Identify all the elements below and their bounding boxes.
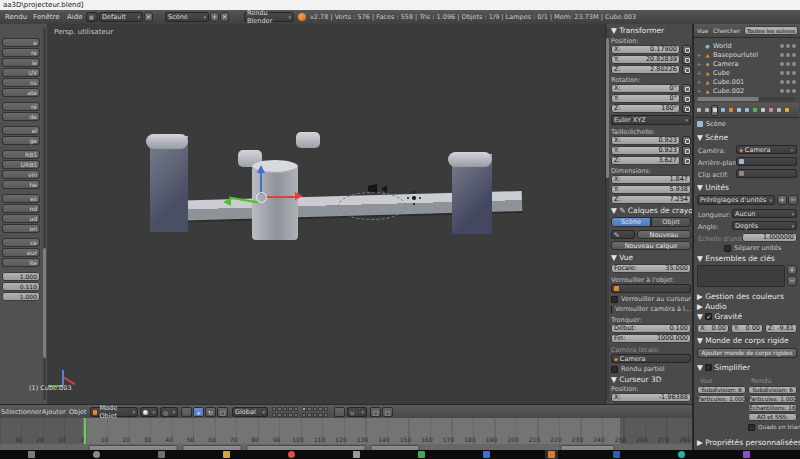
menu-object[interactable]: Objet bbox=[69, 405, 87, 419]
object-data-tab[interactable] bbox=[751, 105, 758, 116]
tool-shelf-button[interactable]: UV bbox=[2, 68, 40, 77]
scene-panel-header[interactable]: ▼ Scène bbox=[697, 134, 728, 142]
simplify-quads-checkbox[interactable]: Quads en triangles bbox=[748, 423, 800, 431]
lock-camera-checkbox[interactable]: Verrouiller caméra à l... bbox=[611, 305, 691, 313]
simplify-field[interactable]: Subdivision: 6 bbox=[697, 386, 746, 394]
eye-icon[interactable] bbox=[780, 53, 784, 57]
lattice-dashed-circle[interactable] bbox=[338, 192, 406, 220]
rotate-manipulator-button[interactable]: ↻ bbox=[205, 407, 216, 417]
layer-toggle[interactable] bbox=[302, 407, 306, 411]
eye-icon[interactable] bbox=[780, 89, 784, 93]
select-icon[interactable] bbox=[786, 89, 790, 93]
layout-close-icon[interactable]: × bbox=[144, 12, 153, 22]
render-opengl-button[interactable]: ▢ bbox=[370, 407, 381, 417]
keying-sets-list[interactable] bbox=[697, 265, 785, 287]
simplify-field[interactable]: Particules: 1.000 bbox=[748, 395, 797, 403]
manipulator-center-circle[interactable] bbox=[256, 192, 267, 203]
lock-icon[interactable] bbox=[682, 65, 691, 74]
lock-icon[interactable] bbox=[682, 146, 691, 155]
lock-icon[interactable] bbox=[682, 55, 691, 64]
dimension-field[interactable]: Y:5.938 bbox=[611, 185, 691, 194]
constraints-tab[interactable] bbox=[735, 105, 742, 116]
texture-tab[interactable] bbox=[767, 105, 774, 116]
world-tab[interactable] bbox=[719, 105, 726, 116]
layer-toggle[interactable] bbox=[277, 413, 281, 417]
layer-toggle[interactable] bbox=[324, 407, 328, 411]
layer-toggle[interactable] bbox=[313, 407, 317, 411]
render-engine-selector[interactable]: Rendu Blender▾ bbox=[244, 12, 294, 22]
tool-shelf-button[interactable]: ité bbox=[2, 258, 40, 267]
select-icon[interactable] bbox=[786, 71, 790, 75]
render-icon[interactable] bbox=[792, 89, 796, 93]
scale-field[interactable]: Z:3.627 bbox=[611, 156, 691, 165]
scene-tab[interactable] bbox=[711, 105, 718, 116]
simplify-field[interactable]: AO et SSS: 1.000 bbox=[748, 413, 797, 421]
taskbar-app-icon[interactable] bbox=[288, 451, 295, 458]
tool-shelf-button[interactable]: de bbox=[2, 112, 40, 121]
pivot-dropdown[interactable]: ◎▾ bbox=[160, 407, 178, 417]
grease-new-button[interactable]: Nouveau bbox=[637, 230, 691, 239]
outliner-filter-dropdown[interactable]: Toutes les scènes bbox=[744, 26, 798, 35]
render-icon[interactable] bbox=[792, 53, 796, 57]
rotation-field[interactable]: X:0° bbox=[611, 84, 691, 93]
cursor3d-panel-header[interactable]: ▼ Curseur 3D bbox=[611, 376, 691, 384]
physics-tab[interactable] bbox=[783, 105, 790, 116]
taskbar-app-icon[interactable] bbox=[483, 451, 490, 458]
timeline-playhead[interactable] bbox=[84, 418, 86, 446]
position-field[interactable]: Z:2.80226 bbox=[611, 65, 691, 74]
particles-tab[interactable] bbox=[775, 105, 782, 116]
lock-icon[interactable] bbox=[682, 104, 691, 113]
tool-shelf-button[interactable]: ate bbox=[2, 88, 40, 97]
layer-toggle[interactable] bbox=[318, 413, 322, 417]
taskbar-app-icon[interactable] bbox=[743, 451, 750, 458]
layer-toggle[interactable] bbox=[272, 413, 276, 417]
active-clip-field[interactable] bbox=[736, 169, 797, 178]
translate-manipulator-button[interactable]: + bbox=[193, 407, 204, 417]
layer-toggle[interactable] bbox=[277, 407, 281, 411]
dimension-field[interactable]: Z:7.254 bbox=[611, 195, 691, 204]
custom-properties-panel-header[interactable]: ▶ Propriétés personnalisées bbox=[697, 439, 800, 447]
menu-select[interactable]: Sélectionner bbox=[1, 405, 42, 419]
outliner-menu-view[interactable]: Vue bbox=[697, 24, 708, 37]
preset-add-icon[interactable]: + bbox=[777, 195, 787, 205]
length-dropdown[interactable]: Aucun▾ bbox=[732, 209, 797, 218]
eye-icon[interactable] bbox=[780, 80, 784, 84]
expand-icon[interactable]: + bbox=[696, 51, 702, 58]
menu-window[interactable]: Fenêtre bbox=[33, 10, 59, 24]
tool-shelf-button[interactable]: es bbox=[2, 194, 40, 203]
color-management-panel-header[interactable]: ▶ Gestion des couleurs bbox=[697, 293, 784, 301]
taskbar-app-icon[interactable] bbox=[223, 451, 230, 458]
manipulator-x-arrow[interactable] bbox=[295, 192, 303, 200]
expand-icon[interactable]: + bbox=[696, 87, 702, 94]
clip-end-field[interactable]: Fin:1000.000 bbox=[611, 334, 691, 343]
tool-shelf-button[interactable]: re bbox=[2, 48, 40, 57]
outliner-item-camera[interactable]: +◆Camera bbox=[696, 59, 798, 68]
outliner-scrollbar[interactable] bbox=[697, 97, 795, 101]
render-border-checkbox[interactable]: Rendu partiel bbox=[611, 365, 691, 373]
simplify-checkbox[interactable] bbox=[705, 364, 712, 371]
layer-toggle[interactable] bbox=[272, 407, 276, 411]
tool-shelf-button[interactable]: ie bbox=[2, 58, 40, 67]
render-icon[interactable] bbox=[792, 71, 796, 75]
taskbar-app-icon[interactable] bbox=[418, 451, 425, 458]
layer-toggle[interactable] bbox=[283, 407, 287, 411]
tool-shelf-button[interactable]: el bbox=[2, 126, 40, 135]
add-rigid-body-world-button[interactable]: Ajouter monde de corps rigides bbox=[697, 348, 797, 358]
outliner-item-cube.001[interactable]: +▲Cube.001 bbox=[696, 77, 798, 86]
select-icon[interactable] bbox=[786, 53, 790, 57]
expand-icon[interactable]: + bbox=[696, 78, 702, 85]
manipulator-z-arrow[interactable] bbox=[257, 165, 265, 173]
lock-icon[interactable] bbox=[682, 136, 691, 145]
render-icon[interactable] bbox=[792, 80, 796, 84]
preset-remove-icon[interactable]: − bbox=[788, 195, 798, 205]
simplify-field[interactable]: Particules: 1.000 bbox=[697, 395, 746, 403]
render-icon[interactable] bbox=[792, 44, 796, 48]
eye-icon[interactable] bbox=[780, 44, 784, 48]
checkbox-icon[interactable] bbox=[748, 424, 755, 431]
tool-shelf-button[interactable]: 1.000 bbox=[2, 292, 40, 301]
rigid-body-panel-header[interactable]: ▼ Monde de corps rigide bbox=[697, 337, 789, 345]
model-center-cylinder[interactable] bbox=[252, 166, 298, 240]
model-right-roller[interactable] bbox=[448, 152, 492, 167]
local-camera-field[interactable]: ◆ Camera bbox=[611, 354, 691, 363]
layer-toggle[interactable] bbox=[318, 407, 322, 411]
